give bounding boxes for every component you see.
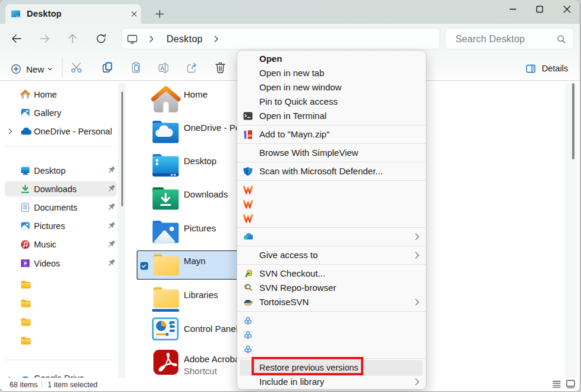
svg-text:Shortcut: Shortcut	[184, 366, 218, 376]
svg-text:Downloads: Downloads	[184, 189, 228, 199]
svg-text:Desktop: Desktop	[184, 156, 216, 166]
svg-text:Control Panel: Control Panel	[184, 324, 238, 334]
svg-text:Adobe Acrobat: Adobe Acrobat	[184, 354, 243, 364]
svg-text:Pictures: Pictures	[184, 223, 216, 233]
svg-text:Libraries: Libraries	[184, 290, 218, 300]
svg-text:Mayn: Mayn	[184, 256, 206, 266]
svg-text:Home: Home	[184, 89, 208, 99]
